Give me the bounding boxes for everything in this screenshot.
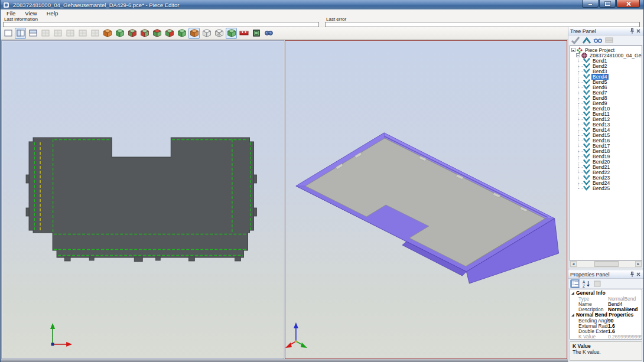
view-copy-button[interactable] [201, 28, 212, 39]
apply-tool-button[interactable] [570, 36, 580, 45]
scroll-left-arrow[interactable]: ◄ [570, 261, 577, 267]
minimize-button[interactable] [582, 0, 599, 8]
right-panel: Tree Panel Piece Project [568, 27, 643, 362]
view-layout-two-vertical-button[interactable] [15, 28, 26, 39]
last-error-input[interactable] [325, 22, 640, 27]
view-orientation-iso-button[interactable] [102, 28, 113, 39]
tree-connector [578, 188, 583, 189]
measure-tool-button[interactable] [238, 28, 249, 39]
view-layout-single-button[interactable] [2, 28, 14, 39]
properties-panel-title: Properties Panel [570, 272, 629, 278]
bend-icon [583, 154, 590, 159]
tree-horizontal-scrollbar[interactable]: ◄ ► [570, 261, 642, 268]
view-orientation-top-button[interactable] [114, 28, 125, 39]
app-window: Z08372481000_04_Gehaeusemantel_DA429-6.p… [0, 0, 644, 362]
bend-icon [583, 138, 590, 143]
inspect-tool-button[interactable] [593, 36, 603, 45]
tree-connector [578, 156, 583, 157]
last-information-input[interactable] [3, 22, 319, 27]
expand-toggle[interactable] [576, 53, 580, 57]
categorized-view-button[interactable] [570, 279, 580, 288]
main-toolbar [1, 27, 568, 40]
bend-icon [583, 132, 590, 138]
app-icon [3, 2, 9, 8]
view-layout-two-horizontal-button[interactable] [27, 28, 38, 39]
bend-icon [583, 79, 590, 84]
view-orientation-right-button[interactable] [151, 28, 162, 39]
menu-item-file[interactable]: File [2, 10, 20, 17]
view-layout-six-button [89, 28, 100, 39]
bend-icon [583, 100, 590, 106]
bend-icon [583, 90, 590, 95]
last-information-label: Last information [1, 17, 323, 22]
tree-item-bend25[interactable]: Bend25 [570, 185, 642, 191]
view-shaded-button[interactable] [226, 28, 237, 39]
property-row-k-value[interactable]: K Value0.269999999999999691 [570, 334, 642, 339]
view-orientation-front-button[interactable] [164, 28, 175, 39]
tree-connector [578, 162, 583, 162]
close-button[interactable] [616, 0, 640, 8]
alphabetical-view-button[interactable]: AZ [581, 279, 591, 288]
bend-icon [583, 69, 590, 74]
property-row-description[interactable]: DescriptionNormalBend [570, 306, 642, 312]
tree-connector [578, 61, 583, 61]
view-current-iso-button[interactable] [188, 28, 200, 39]
flat-pattern-viewport[interactable] [1, 40, 284, 359]
bend-icon [583, 84, 590, 90]
project-icon [581, 53, 587, 58]
tree-toolbar [568, 35, 643, 45]
category-expand-icon [571, 314, 574, 317]
svg-text:A: A [583, 280, 586, 284]
window-bottom-frame [1, 359, 568, 362]
menu-item-help[interactable]: Help [42, 10, 63, 17]
bend-icon [583, 148, 590, 154]
property-value: 0.269999999999999691 [608, 334, 642, 340]
part-3d-drawing [285, 41, 567, 358]
menu-item-view[interactable]: View [20, 10, 41, 17]
property-category[interactable]: Normal Bend Properties [570, 312, 642, 318]
tree-connector [578, 130, 583, 131]
property-category[interactable]: General Info [570, 290, 642, 296]
tree-connector [578, 93, 583, 93]
search-tool-button[interactable] [263, 28, 274, 39]
property-grid: General InfoTypeNormalBendNameBend4Descr… [570, 289, 642, 340]
scroll-track[interactable] [577, 261, 635, 267]
tree-panel-close-icon[interactable] [635, 28, 642, 34]
property-description-title: K Value [573, 343, 639, 349]
tree-panel-header: Tree Panel [568, 27, 643, 35]
bend-icon [583, 58, 590, 63]
view-layout-five-button [77, 28, 88, 39]
expand-toggle[interactable] [571, 48, 575, 52]
scroll-right-arrow[interactable]: ► [635, 261, 642, 267]
tree-connector [578, 119, 583, 120]
tree-connector [578, 135, 583, 136]
properties-panel-close-icon[interactable] [635, 271, 642, 278]
status-fields-row: Last information Last error [1, 17, 643, 27]
minimize-icon [588, 4, 593, 5]
view-wireframe-button[interactable] [213, 28, 225, 39]
pin-icon[interactable] [629, 271, 635, 278]
view-orientation-left-button[interactable] [139, 28, 150, 39]
bend-icon [583, 116, 590, 122]
scroll-thumb[interactable] [594, 261, 619, 267]
tree-connector [578, 183, 583, 184]
snapshot-tool-button[interactable] [251, 28, 262, 39]
tree-connector [578, 141, 583, 141]
property-label: K Value [578, 334, 608, 340]
tree-connector [578, 87, 583, 88]
properties-panel-header: Properties Panel [568, 270, 643, 279]
pin-icon[interactable] [629, 28, 635, 34]
maximize-button[interactable] [599, 0, 616, 8]
view-orientation-back-button[interactable] [176, 28, 187, 39]
view-orientation-bottom-button[interactable] [126, 28, 138, 39]
view-layout-three-b-button [52, 28, 63, 39]
maximize-icon [605, 2, 610, 6]
tree-connector [578, 178, 583, 178]
last-error-label: Last error [323, 17, 643, 22]
bend-tool-button[interactable] [581, 36, 591, 45]
flatten-tool-button [604, 36, 614, 45]
category-label: General Info [576, 290, 606, 296]
view-layout-four-button [64, 28, 76, 39]
bend-icon [583, 106, 590, 111]
three-d-viewport[interactable] [285, 40, 568, 359]
